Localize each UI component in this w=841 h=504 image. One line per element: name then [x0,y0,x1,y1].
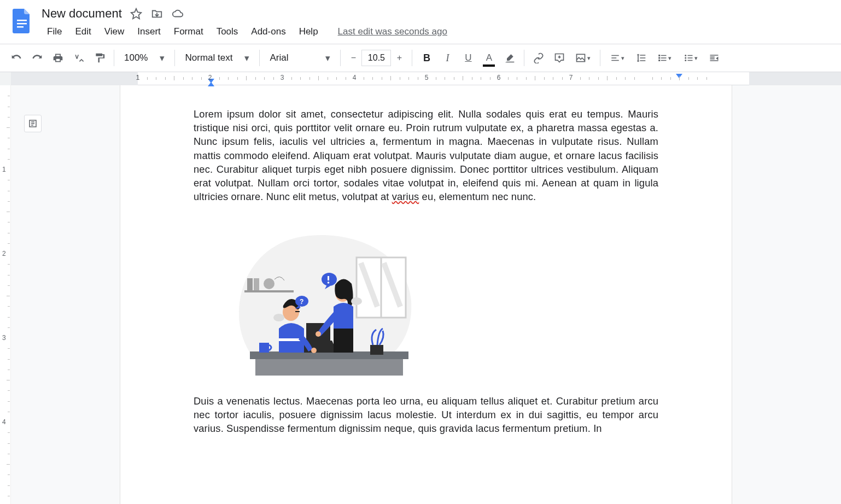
vertical-ruler[interactable]: 1234 [0,85,11,504]
italic-icon[interactable]: I [437,48,457,68]
svg-rect-25 [295,311,300,312]
font-select[interactable]: Arial▾ [264,52,336,64]
svg-point-13 [264,278,275,289]
toolbar: 100%▾ Normal text▾ Arial▾ − + B I U A ▾ … [0,44,841,72]
cloud-status-icon[interactable] [171,7,184,20]
document-title[interactable]: New document [42,7,122,21]
menu-tools[interactable]: Tools [211,24,244,39]
svg-rect-10 [244,290,294,292]
align-icon[interactable]: ▾ [605,48,630,68]
checklist-icon[interactable]: ▾ [652,48,677,68]
zoom-select[interactable]: 100%▾ [119,52,170,64]
print-icon[interactable] [48,48,68,68]
menu-format[interactable]: Format [168,24,209,39]
font-size-increase[interactable]: + [391,48,407,68]
svg-point-6 [685,60,687,61]
bullet-list-icon[interactable]: ▾ [678,48,703,68]
svg-rect-2 [17,26,24,28]
font-size-input[interactable] [361,50,391,66]
menu-view[interactable]: View [99,24,130,39]
star-icon[interactable] [130,7,143,20]
highlight-icon[interactable] [500,48,519,68]
redo-icon[interactable] [27,48,47,68]
svg-rect-15 [255,359,403,376]
svg-rect-22 [328,276,329,280]
insert-link-icon[interactable] [529,48,548,68]
svg-text:?: ? [300,298,303,306]
bold-icon[interactable]: B [417,48,436,68]
paint-format-icon[interactable] [90,48,109,68]
spellcheck-icon[interactable] [69,48,89,68]
menu-addons[interactable]: Add-ons [246,24,291,39]
svg-rect-14 [250,351,408,359]
inserted-image[interactable]: ? [220,219,422,378]
menu-insert[interactable]: Insert [132,24,166,39]
paragraph-style-select[interactable]: Normal text▾ [179,52,255,64]
paragraph-2[interactable]: Duis a venenatis lectus. Maecenas porta … [194,394,658,436]
font-size-decrease[interactable]: − [345,48,361,68]
header: New document File Edit View Insert Forma… [0,0,841,44]
menu-bar: File Edit View Insert Format Tools Add-o… [42,23,834,44]
last-edit-link[interactable]: Last edit was seconds ago [338,26,447,37]
svg-rect-16 [259,343,269,353]
document-page[interactable]: Lorem ipsum dolor sit amet, consectetur … [120,85,732,504]
menu-help[interactable]: Help [294,24,324,39]
svg-point-23 [328,282,330,284]
paragraph-1[interactable]: Lorem ipsum dolor sit amet, consectetur … [194,107,658,204]
svg-rect-12 [254,278,259,290]
svg-point-4 [685,55,687,56]
svg-point-20 [316,331,321,337]
svg-point-27 [311,348,317,353]
indent-decrease-icon[interactable] [704,48,724,68]
outline-toggle-icon[interactable] [24,115,42,132]
docs-logo-icon[interactable] [11,8,33,34]
font-size-control: − + [345,48,407,68]
svg-rect-17 [370,345,383,355]
horizontal-ruler[interactable]: 1 1234567 [0,72,841,85]
menu-file[interactable]: File [42,24,67,39]
menu-edit[interactable]: Edit [69,24,96,39]
text-color-icon[interactable]: A [479,48,499,68]
svg-rect-11 [247,278,253,290]
svg-point-31 [351,297,362,305]
spelling-error[interactable]: varius [392,191,419,202]
svg-rect-1 [17,23,27,25]
document-canvas: 1234 Lorem ipsum dolor sit amet, consect… [0,85,841,504]
undo-icon[interactable] [7,48,26,68]
svg-rect-0 [17,20,27,21]
move-icon[interactable] [150,7,163,20]
add-comment-icon[interactable] [550,48,569,68]
svg-point-30 [273,314,284,321]
line-spacing-icon[interactable] [631,48,651,68]
svg-point-5 [685,57,687,59]
insert-image-icon[interactable]: ▾ [570,48,595,68]
underline-icon[interactable]: U [458,48,478,68]
